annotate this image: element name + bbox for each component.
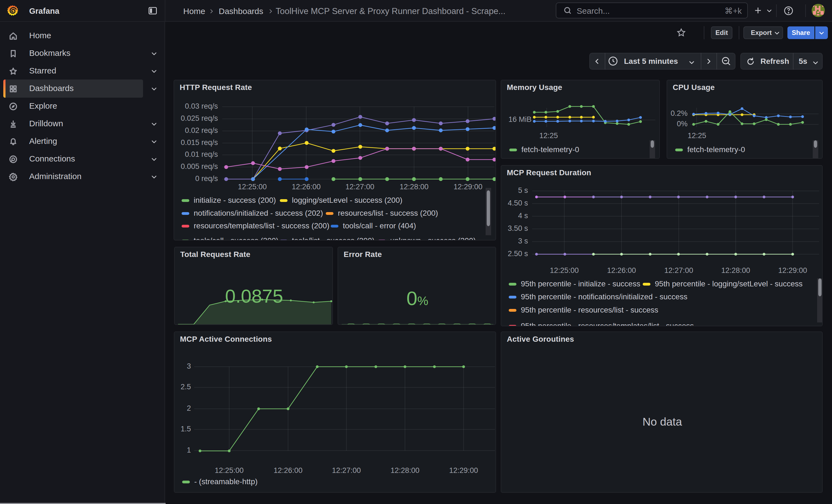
svg-text:95th percentile - initialize -: 95th percentile - initialize - success [521,280,640,288]
svg-text:3: 3 [187,362,191,370]
svg-text:tools/call - error (404): tools/call - error (404) [343,221,416,230]
svg-text:2.50 s: 2.50 s [508,249,528,258]
svg-text:tools/call - success (200): tools/call - success (200) [194,236,279,240]
svg-text:95th percentile - notification: 95th percentile - notifications/initiali… [521,292,687,301]
svg-text:0%: 0% [677,120,687,128]
svg-text:12:26:00: 12:26:00 [607,266,636,274]
svg-text:4.50 s: 4.50 s [508,199,528,207]
svg-text:16 MiB: 16 MiB [509,115,531,124]
svg-text:0.03 req/s: 0.03 req/s [185,102,218,110]
svg-text:12:25:00: 12:25:00 [215,466,243,475]
svg-text:tools/list - success (200): tools/list - success (200) [292,236,374,240]
svg-text:1: 1 [187,446,191,454]
svg-text:12:25: 12:25 [539,132,558,140]
svg-text:12:29:00: 12:29:00 [778,266,807,274]
svg-text:fetch-telemetry-0: fetch-telemetry-0 [521,145,579,154]
svg-text:4 s: 4 s [518,212,528,220]
svg-text:notifications/initialized - su: notifications/initialized - success (202… [194,209,323,217]
svg-text:0.025 req/s: 0.025 req/s [181,114,218,123]
svg-text:12:25: 12:25 [687,132,706,140]
svg-text:12:25:00: 12:25:00 [550,266,579,274]
svg-text:1.5: 1.5 [181,425,191,433]
svg-text:12:29:00: 12:29:00 [453,183,482,191]
svg-text:unknown - success (200): unknown - success (200) [390,236,476,240]
svg-text:0 req/s: 0 req/s [195,175,218,183]
svg-text:95th percentile - logging/setL: 95th percentile - logging/setLevel - suc… [655,280,803,288]
svg-text:0.005 req/s: 0.005 req/s [181,162,218,170]
svg-text:5 s: 5 s [518,186,528,194]
svg-text:12:28:00: 12:28:00 [721,266,750,274]
svg-text:12:28:00: 12:28:00 [399,183,428,191]
svg-text:0.015 req/s: 0.015 req/s [181,138,218,147]
svg-text:12:27:00: 12:27:00 [664,266,693,274]
svg-text:logging/setLevel - success (20: logging/setLevel - success (200) [292,196,402,205]
svg-text:12:29:00: 12:29:00 [449,466,478,475]
svg-text:initialize - success (200): initialize - success (200) [194,196,276,205]
svg-text:12:28:00: 12:28:00 [390,466,419,475]
svg-text:3.50 s: 3.50 s [508,224,528,233]
svg-text:12:27:00: 12:27:00 [345,183,374,191]
svg-text:12:25:00: 12:25:00 [238,183,267,191]
svg-text:12:27:00: 12:27:00 [332,466,361,475]
svg-text:0.2%: 0.2% [671,109,687,117]
svg-text:resources/templates/list - suc: resources/templates/list - success (200) [194,221,329,230]
svg-text:12:26:00: 12:26:00 [274,466,302,475]
svg-text:12:26:00: 12:26:00 [292,183,320,191]
svg-text:0.02 req/s: 0.02 req/s [185,126,218,135]
svg-text:2.5: 2.5 [181,383,191,391]
svg-text:3 s: 3 s [518,237,528,245]
svg-text:- (streamable-http): - (streamable-http) [194,477,258,486]
svg-text:fetch-telemetry-0: fetch-telemetry-0 [687,145,745,154]
svg-text:0.01 req/s: 0.01 req/s [185,150,218,158]
svg-text:resources/list - success (200): resources/list - success (200) [338,209,438,217]
svg-text:2: 2 [187,404,191,413]
svg-text:95th percentile - resources/li: 95th percentile - resources/list - succe… [521,306,658,314]
svg-text:95th percentile - resources/te: 95th percentile - resources/templates/li… [521,322,694,326]
